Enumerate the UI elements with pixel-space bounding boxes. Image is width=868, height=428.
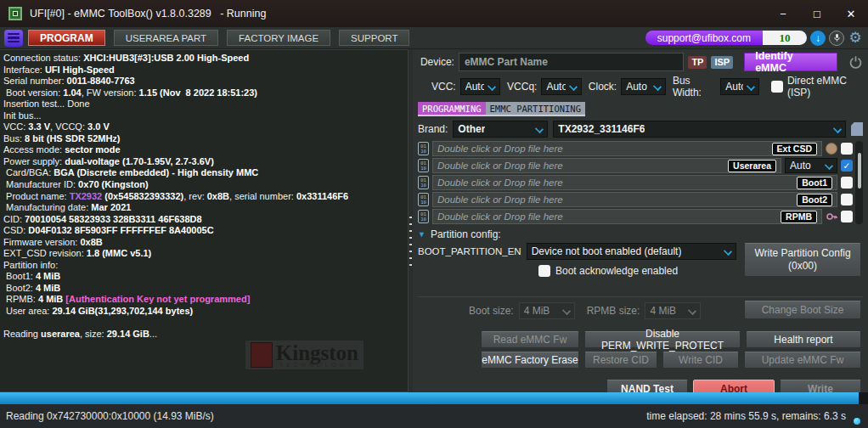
bus-width-label: Bus Width: (673, 75, 716, 99)
identify-emmc-button[interactable]: Identify eMMC (744, 53, 837, 71)
read-emmc-fw-button: Read eMMC Fw (481, 331, 579, 348)
tp-badge[interactable]: TP (688, 56, 707, 69)
power-icon[interactable] (848, 55, 863, 70)
file-row-checkbox[interactable] (841, 177, 853, 189)
file-drop-row: 0110Double click or Drop file hereUserar… (418, 158, 853, 173)
profile-dropdown[interactable]: TX2932_331146F6 (553, 121, 846, 138)
write-cid-button: Write CID (662, 352, 739, 369)
resize-grip-icon[interactable] (854, 418, 860, 425)
brand-row: Brand: Other TX2932_331146F6 (418, 121, 863, 138)
boot-size-label: Boot size: (469, 305, 514, 317)
file-drop-placeholder: Double click or Drop file here (437, 211, 781, 222)
emmc-factory-erase-button[interactable]: eMMC Factory Erase (481, 352, 579, 369)
binary-file-icon: 0110 (418, 176, 429, 189)
write-button: Write (780, 380, 861, 392)
userarea-mode-dropdown[interactable]: Auto (785, 158, 837, 173)
log-line: Firmware version: 0x8B (3, 237, 406, 249)
boot-partition-dropdown[interactable]: Device not boot enabled (default) (527, 243, 736, 260)
bus-width-dropdown[interactable]: Auto (720, 78, 759, 95)
health-report-button[interactable]: Health report (746, 331, 861, 348)
titlebar: UFI[#0] - eMMC ToolBox() v1.8.0.3289 - R… (0, 0, 868, 27)
isp-badge[interactable]: ISP (711, 56, 733, 69)
file-row-checkbox[interactable] (841, 211, 853, 222)
kingston-head-icon (251, 342, 273, 368)
file-drop-placeholder: Double click or Drop file here (437, 144, 772, 154)
log-line: Boot2: 4 MiB (3, 283, 406, 295)
file-drop-input[interactable]: Double click or Drop file hereBoot1 (432, 175, 837, 190)
rpmb-key-icon (826, 211, 837, 222)
tab-emmc-partitioning[interactable]: EMMC PARTITIONING (486, 102, 585, 115)
boot-ack-checkbox[interactable] (538, 265, 550, 277)
file-rows-scrollbar[interactable] (855, 141, 863, 224)
file-drop-input[interactable]: Double click or Drop file hereUserarea (432, 158, 781, 173)
support-email[interactable]: support@ufibox.com (645, 31, 763, 45)
abort-button[interactable]: Abort (693, 380, 775, 392)
controls-panel: Device: eMMC Part Name TP ISP Identify e… (413, 49, 868, 392)
support-email-pill[interactable]: support@ufibox.com 10 (645, 31, 807, 45)
file-drop-placeholder: Double click or Drop file here (437, 160, 728, 171)
download-icon[interactable]: ↓ (810, 31, 826, 46)
status-right-text: time elapsed: 28 mins 55.9 s, remains: 6… (646, 410, 846, 422)
file-page-icon[interactable] (851, 122, 863, 136)
progress-bar (0, 392, 868, 404)
menu-hamburger-icon[interactable] (4, 30, 23, 47)
log-line: CID: 70010054 58323933 328B3311 46F638D8 (3, 214, 406, 226)
update-emmc-fw-button: Update eMMC Fw (744, 352, 861, 369)
tab-userarea-part[interactable]: USERAREA PART (114, 30, 218, 46)
log-line: Interface: UFI High-Speed (3, 65, 406, 76)
log-line: Init bus... (3, 110, 406, 122)
log-line: EXT_CSD revision: 1.8 (MMC v5.1) (3, 248, 406, 260)
settings-gear-icon[interactable]: ⚙ (848, 31, 863, 46)
chevron-down-icon (825, 162, 832, 169)
file-drop-input[interactable]: Double click or Drop file hereRPMB (432, 209, 822, 224)
tab-programming[interactable]: PROGRAMMING (418, 102, 486, 115)
close-button[interactable]: ✕ (834, 0, 868, 27)
brand-dropdown[interactable]: Other (453, 121, 548, 138)
device-name-input[interactable]: eMMC Part Name (459, 53, 684, 71)
rpmb-size-label: RPMB size: (587, 305, 640, 317)
clock-label: Clock: (589, 81, 617, 93)
log-line: Partition info: (3, 260, 406, 272)
disable-perm-write-protect-button[interactable]: Disable PERM_WRITE_PROTECT (584, 331, 741, 348)
partition-badge: Userarea (728, 160, 776, 172)
file-drop-input[interactable]: Double click or Drop file hereExt CSD (432, 141, 822, 156)
clock-dropdown[interactable]: Auto (621, 78, 666, 95)
nand-test-button[interactable]: NAND Test (606, 380, 688, 392)
tab-factory-image[interactable]: FACTORY IMAGE (227, 30, 330, 46)
log-line: Serial number: 0011-8840-7763 (3, 76, 406, 87)
status-dot-icon (826, 143, 837, 155)
tab-program[interactable]: PROGRAM (28, 30, 105, 46)
vccq-dropdown[interactable]: Auto (541, 78, 581, 95)
chevron-down-icon (653, 83, 661, 90)
partition-config-header[interactable]: ▼ Partition config: (418, 228, 863, 240)
collapse-triangle-icon[interactable]: ▼ (418, 230, 426, 239)
statusbar: Reading 0x742730000:0x10000 (14.93 MiB/s… (0, 404, 868, 428)
file-row-checkbox[interactable] (841, 194, 853, 206)
write-partition-config-button[interactable]: Write Partition Config (0x00) (744, 243, 861, 277)
action-buttons-row2: eMMC Factory Erase Restore CID Write CID… (481, 352, 861, 369)
vcc-label: VCC: (431, 81, 456, 93)
boot-size-dropdown: 4 MiB (519, 302, 575, 319)
chevron-down-icon (724, 248, 731, 255)
chevron-down-icon (747, 83, 754, 90)
file-drop-input[interactable]: Double click or Drop file hereBoot2 (432, 192, 837, 207)
direct-emmc-checkbox[interactable] (771, 81, 783, 93)
vcc-dropdown[interactable]: Auto (460, 78, 500, 95)
minimize-button[interactable]: − (766, 0, 800, 27)
log-line: Boot version: 1.04, FW version: 1.15 (No… (3, 87, 406, 99)
file-row-checkbox[interactable]: ✓ (841, 160, 853, 172)
file-row-checkbox[interactable] (841, 143, 853, 155)
maximize-button[interactable]: □ (800, 0, 834, 27)
device-log: Connection status: XHCI:HUB3[#3]:USB 2.0… (3, 53, 406, 341)
tab-support[interactable]: SUPPORT (339, 30, 409, 46)
chevron-down-icon (569, 83, 577, 90)
status-left-text: Reading 0x742730000:0x10000 (14.93 MiB/s… (6, 410, 214, 422)
log-line: Access mode: sector mode (3, 144, 406, 156)
scrollbar-thumb[interactable] (858, 153, 861, 189)
file-drop-row: 0110Double click or Drop file hereExt CS… (418, 141, 853, 156)
partition-badge: Boot1 (797, 177, 832, 189)
microphone-icon[interactable] (829, 31, 844, 46)
log-panel: Connection status: XHCI:HUB3[#3]:USB 2.0… (0, 49, 409, 392)
kingston-watermark: Kingston TECHNOLOGY (245, 341, 364, 369)
binary-file-icon: 0110 (418, 159, 429, 172)
